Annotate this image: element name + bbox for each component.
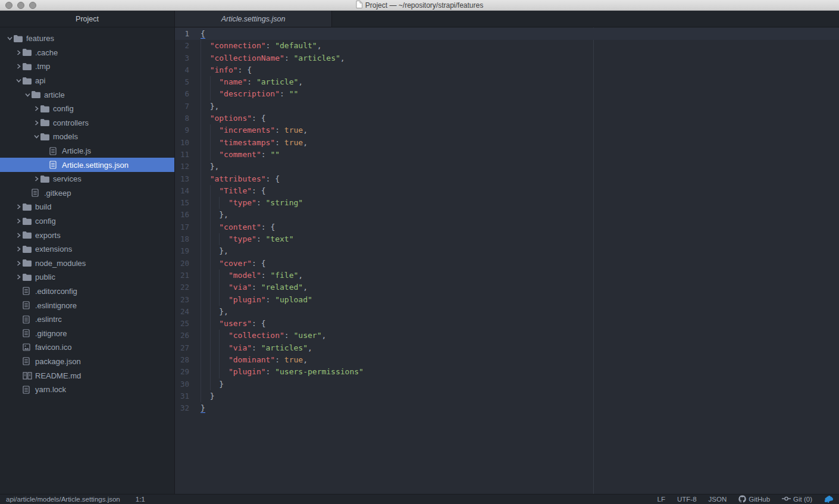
line-number[interactable]: 32: [175, 402, 189, 414]
line-number[interactable]: 24: [175, 306, 189, 318]
code-line-21[interactable]: 21"model": "file",: [175, 270, 839, 281]
line-number[interactable]: 10: [175, 137, 189, 149]
tree-item-services[interactable]: services: [0, 172, 174, 186]
line-number[interactable]: 4: [175, 64, 189, 76]
chevron-right-icon[interactable]: [15, 204, 23, 209]
chevron-right-icon[interactable]: [15, 50, 23, 55]
line-number[interactable]: 7: [175, 101, 189, 112]
tree-item-models[interactable]: models: [0, 130, 174, 144]
chevron-down-icon[interactable]: [24, 92, 32, 98]
line-number[interactable]: 3: [175, 52, 189, 64]
line-number[interactable]: 18: [175, 233, 189, 245]
chevron-right-icon[interactable]: [33, 106, 40, 111]
code-line-13[interactable]: 13"attributes": {: [175, 173, 839, 185]
code-line-17[interactable]: 17"content": {: [175, 221, 839, 233]
tree-item-public[interactable]: public: [0, 270, 174, 284]
tree-item-build[interactable]: build: [0, 200, 174, 214]
tree-item-config[interactable]: config: [0, 214, 174, 228]
line-number[interactable]: 30: [175, 378, 189, 390]
line-number[interactable]: 15: [175, 197, 189, 209]
code-line-32[interactable]: 32}: [175, 402, 839, 414]
zoom-button[interactable]: [29, 2, 36, 9]
code-line-7[interactable]: 7},: [175, 101, 839, 112]
chevron-right-icon[interactable]: [33, 176, 40, 181]
status-grammar[interactable]: JSON: [709, 496, 727, 503]
status-line-ending[interactable]: LF: [658, 496, 665, 503]
line-number[interactable]: 28: [175, 354, 189, 366]
status-cursor-position[interactable]: 1:1: [136, 496, 145, 503]
line-number[interactable]: 25: [175, 318, 189, 330]
tree-item-api[interactable]: api: [0, 74, 174, 88]
code-line-27[interactable]: 27"via": "articles",: [175, 342, 839, 354]
line-number[interactable]: 12: [175, 161, 189, 173]
tree-item-cache[interactable]: .cache: [0, 46, 174, 60]
tree-item-gitignore[interactable]: .gitignore: [0, 326, 174, 340]
tree-item-eslintrc[interactable]: .eslintrc: [0, 312, 174, 327]
line-number[interactable]: 27: [175, 342, 189, 354]
code-line-3[interactable]: 3"collectionName": "articles",: [175, 52, 839, 64]
chevron-down-icon[interactable]: [33, 134, 40, 139]
code-line-10[interactable]: 10"timestamps": true,: [175, 137, 839, 149]
tree-item-extensions[interactable]: extensions: [0, 242, 174, 256]
status-git[interactable]: Git (0): [782, 496, 812, 503]
chevron-right-icon[interactable]: [15, 274, 23, 280]
code-line-5[interactable]: 5"name": "article",: [175, 76, 839, 88]
code-line-30[interactable]: 30}: [175, 378, 839, 390]
tree-item-article-settings-json[interactable]: Article.settings.json: [0, 158, 174, 172]
tree-item-editorconfig[interactable]: .editorconfig: [0, 284, 174, 299]
tree-item-gitkeep[interactable]: .gitkeep: [0, 186, 174, 201]
tree-item-controllers[interactable]: controllers: [0, 116, 174, 130]
chevron-right-icon[interactable]: [33, 120, 40, 126]
code-line-4[interactable]: 4"info": {: [175, 64, 839, 76]
tree-item-readme-md[interactable]: README.md: [0, 368, 174, 383]
line-number[interactable]: 29: [175, 366, 189, 378]
code-line-6[interactable]: 6"description": "": [175, 88, 839, 100]
line-number[interactable]: 31: [175, 390, 189, 402]
status-github[interactable]: GitHub: [738, 495, 770, 504]
line-number[interactable]: 8: [175, 112, 189, 124]
tree-item-node-modules[interactable]: node_modules: [0, 256, 174, 271]
code-line-2[interactable]: 2"connection": "default",: [175, 40, 839, 52]
minimize-button[interactable]: [17, 2, 24, 9]
line-number[interactable]: 17: [175, 221, 189, 233]
chevron-right-icon[interactable]: [15, 218, 23, 224]
line-number[interactable]: 14: [175, 185, 189, 197]
chevron-down-icon[interactable]: [6, 36, 14, 41]
editor-pane[interactable]: 1{2"connection": "default",3"collectionN…: [175, 27, 839, 494]
code-line-11[interactable]: 11"comment": "": [175, 149, 839, 161]
line-number[interactable]: 2: [175, 40, 189, 52]
code-line-19[interactable]: 19},: [175, 245, 839, 257]
code-line-31[interactable]: 31}: [175, 390, 839, 402]
line-number[interactable]: 20: [175, 258, 189, 270]
code-line-18[interactable]: 18"type": "text": [175, 233, 839, 245]
line-number[interactable]: 26: [175, 330, 189, 342]
code-line-20[interactable]: 20"cover": {: [175, 258, 839, 270]
tree-item-eslintignore[interactable]: .eslintignore: [0, 298, 174, 312]
chevron-right-icon[interactable]: [15, 261, 23, 266]
tree-item-favicon-ico[interactable]: favicon.ico: [0, 340, 174, 355]
code-line-9[interactable]: 9"increments": true,: [175, 124, 839, 136]
code-line-1[interactable]: 1{: [175, 28, 839, 40]
code-line-15[interactable]: 15"type": "string": [175, 197, 839, 209]
line-number[interactable]: 11: [175, 149, 189, 161]
line-number[interactable]: 21: [175, 270, 189, 281]
code-line-14[interactable]: 14"Title": {: [175, 185, 839, 197]
tree-item-article[interactable]: article: [0, 87, 174, 102]
chevron-down-icon[interactable]: [15, 78, 23, 83]
tree-item-package-json[interactable]: package.json: [0, 355, 174, 369]
code-line-24[interactable]: 24},: [175, 306, 839, 318]
tree-item-exports[interactable]: exports: [0, 228, 174, 242]
status-encoding[interactable]: UTF-8: [677, 496, 697, 503]
line-number[interactable]: 16: [175, 209, 189, 221]
code-line-23[interactable]: 23"plugin": "upload": [175, 294, 839, 306]
chevron-right-icon[interactable]: [15, 246, 23, 252]
tree-item-tmp[interactable]: .tmp: [0, 60, 174, 74]
line-number[interactable]: 22: [175, 281, 189, 293]
line-number[interactable]: 19: [175, 245, 189, 257]
squirrel-icon[interactable]: [824, 495, 833, 503]
code-line-22[interactable]: 22"via": "related",: [175, 281, 839, 293]
code-line-8[interactable]: 8"options": {: [175, 112, 839, 124]
line-number[interactable]: 5: [175, 76, 189, 88]
code-line-26[interactable]: 26"collection": "user",: [175, 330, 839, 342]
line-number[interactable]: 9: [175, 124, 189, 136]
